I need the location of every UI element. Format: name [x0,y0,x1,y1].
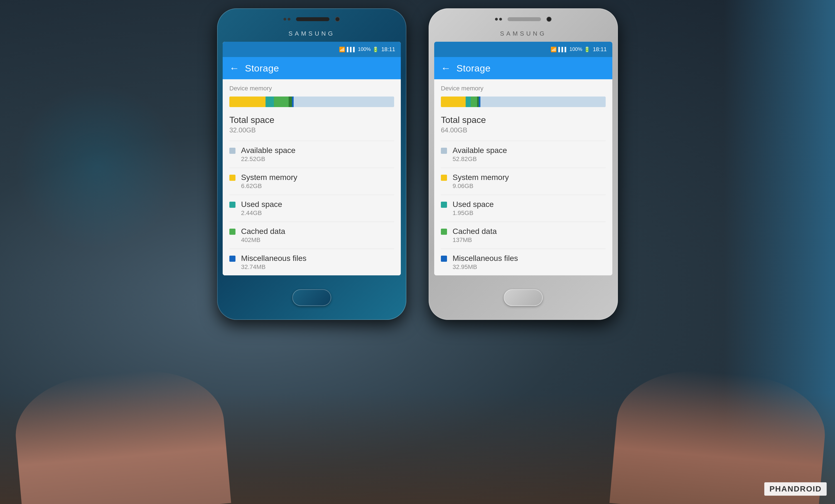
phone-right-section-label: Device memory [441,85,606,92]
item-value-available-right: 52.82GB [452,155,606,163]
item-info-used-right: Used space 1.95GB [452,200,606,217]
item-color-available-left [229,148,236,154]
item-name-misc-left: Miscellaneous files [241,254,394,263]
item-value-misc-left: 32.74MB [241,264,394,271]
phone-left-camera [335,17,340,22]
bar-green-right [471,97,477,107]
phone-left-speaker [296,17,329,21]
speaker-dot-2 [288,18,290,21]
bar-teal-left [266,97,274,107]
item-color-used-left [229,202,236,208]
item-info-available-left: Available space 22.52GB [241,146,394,163]
phone-left: SAMSUNG 📶 ▌▌▌ 100% 🔋 18:11 ← Storag [217,8,406,320]
wifi-icon: 📶 [339,46,345,52]
signal-icon: ▌▌▌ [347,47,356,52]
phone-right: SAMSUNG 📶 ▌▌▌ 100% 🔋 18:11 ← Storag [429,8,618,320]
storage-item-system-right: System memory 9.06GB [441,168,606,195]
phone-left-home-button[interactable] [292,289,331,306]
bar-yellow-right [441,97,466,107]
phone-left-title: Storage [245,63,279,74]
phone-left-total-label: Total space [229,115,394,125]
item-value-available-left: 22.52GB [241,155,394,163]
storage-item-cached-left: Cached data 402MB [229,222,394,249]
storage-item-used-right: Used space 1.95GB [441,195,606,222]
storage-item-system-left: System memory 6.62GB [229,168,394,195]
signal-icon-right: ▌▌▌ [558,47,568,52]
item-info-misc-right: Miscellaneous files 32.95MB [452,254,606,271]
phone-left-total-value: 32.00GB [229,126,394,134]
wifi-icon-right: 📶 [551,46,557,52]
bar-dark-green-left [289,97,292,107]
phone-left-top [284,17,340,22]
item-name-available-right: Available space [452,146,606,155]
item-name-system-left: System memory [241,173,394,182]
item-color-used-right [441,202,447,208]
item-color-cached-right [441,229,447,235]
phone-right-speaker-dots [495,18,502,21]
bar-blue-right [479,97,481,107]
item-name-used-left: Used space [241,200,394,209]
phone-right-home-button[interactable] [504,289,543,306]
phone-right-total-label: Total space [441,115,606,125]
storage-item-available-right: Available space 52.82GB [441,141,606,168]
phone-right-back-button[interactable]: ← [441,62,451,74]
phone-right-storage-items: Available space 52.82GB System memory 9.… [441,141,606,275]
item-color-misc-left [229,256,236,262]
speaker-dot-r2 [499,18,502,21]
storage-item-cached-right: Cached data 137MB [441,222,606,249]
phone-right-status-bar: 📶 ▌▌▌ 100% 🔋 18:11 [434,42,612,57]
item-value-cached-left: 402MB [241,236,394,244]
bar-blue-left [292,97,294,107]
item-color-system-right [441,175,447,181]
phone-right-content: Device memory Total space 64.00GB [434,79,612,275]
item-info-available-right: Available space 52.82GB [452,146,606,163]
item-value-system-right: 9.06GB [452,183,606,190]
watermark: PHANDROID [764,482,827,496]
background-glow [14,83,181,250]
item-value-misc-right: 32.95MB [452,264,606,271]
item-info-cached-right: Cached data 137MB [452,227,606,244]
phone-right-title: Storage [456,63,491,74]
item-name-system-right: System memory [452,173,606,182]
phones-container: SAMSUNG 📶 ▌▌▌ 100% 🔋 18:11 ← Storag [217,8,618,320]
item-color-cached-left [229,229,236,235]
phone-left-app-bar: ← Storage [223,57,401,79]
storage-item-misc-left: Miscellaneous files 32.74MB [229,249,394,275]
phone-left-speaker-dots [284,18,290,21]
item-value-used-right: 1.95GB [452,209,606,217]
phone-left-back-button[interactable]: ← [229,62,239,74]
item-color-system-left [229,175,236,181]
phone-right-speaker [508,17,541,21]
time-left: 18:11 [381,46,395,52]
item-value-cached-right: 137MB [452,236,606,244]
item-name-used-right: Used space [452,200,606,209]
bar-teal-right [466,97,471,107]
item-info-system-left: System memory 6.62GB [241,173,394,190]
bar-green-left [274,97,289,107]
phone-left-content: Device memory Total space 32.00GB [223,79,401,275]
item-info-cached-left: Cached data 402MB [241,227,394,244]
phone-right-total-value: 64.00GB [441,126,606,134]
battery-text-right: 100% [569,46,582,52]
item-name-misc-right: Miscellaneous files [452,254,606,263]
battery-icon: 🔋 [372,46,379,52]
time-right: 18:11 [593,46,607,52]
item-value-system-left: 6.62GB [241,183,394,190]
phone-left-body: SAMSUNG 📶 ▌▌▌ 100% 🔋 18:11 ← Storag [217,8,406,320]
item-value-used-left: 2.44GB [241,209,394,217]
phone-left-brand: SAMSUNG [288,30,335,37]
bar-yellow-left [229,97,266,107]
speaker-dot-1 [284,18,286,21]
phone-left-status-bar: 📶 ▌▌▌ 100% 🔋 18:11 [223,42,401,57]
item-name-available-left: Available space [241,146,394,155]
phone-right-camera [547,17,552,22]
battery-icon-right: 🔋 [584,46,590,52]
item-name-cached-right: Cached data [452,227,606,236]
speaker-dot-r1 [495,18,498,21]
phone-left-status-icons: 📶 ▌▌▌ 100% 🔋 18:11 [339,46,395,52]
storage-item-used-left: Used space 2.44GB [229,195,394,222]
item-color-misc-right [441,256,447,262]
phone-right-status-icons: 📶 ▌▌▌ 100% 🔋 18:11 [551,46,607,52]
item-color-available-right [441,148,447,154]
phone-right-brand: SAMSUNG [500,30,546,37]
